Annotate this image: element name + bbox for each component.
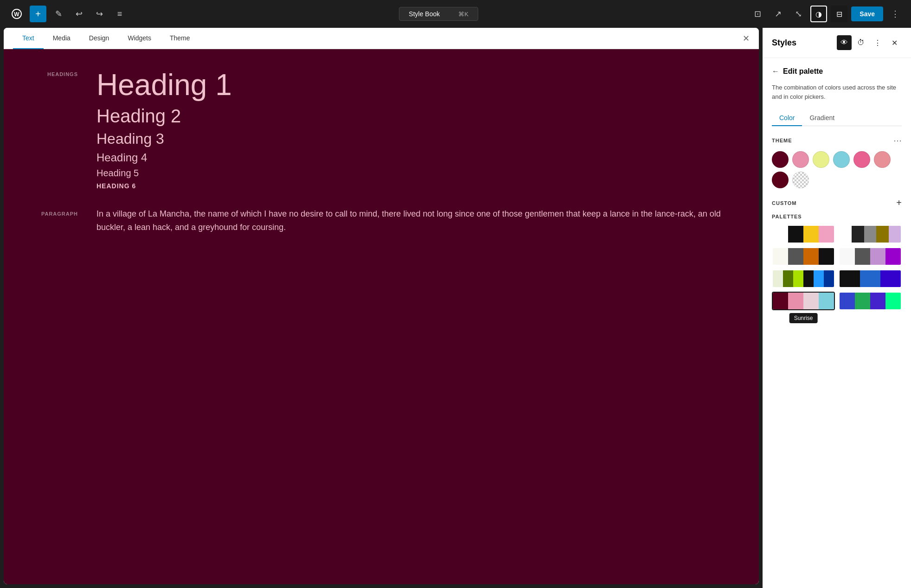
theme-color-swatches [772,151,902,188]
heading-1: Heading 1 [96,68,731,102]
color-swatch-light-pink[interactable] [792,151,809,168]
list-view-button[interactable]: ≡ [111,6,128,22]
tab-widgets[interactable]: Widgets [118,28,160,49]
heading-4: Heading 4 [96,151,731,164]
content-area: HEADINGS Heading 1 Heading 2 Heading 3 H… [4,49,759,584]
tab-text[interactable]: Text [13,28,44,49]
redo-button[interactable]: ↪ [91,6,108,22]
content-sections: HEADINGS Heading 1 Heading 2 Heading 3 H… [32,68,731,566]
right-sidebar: Styles 👁 ⏱ ⋮ ✕ ← Edit palette [763,28,911,588]
palette-tooltip-wrapper: Sunrise [772,292,835,310]
view-button[interactable]: ⊡ [749,6,766,22]
top-bar-right: ⊡ ↗ ⤡ ◑ ⊟ Save ⋮ [749,6,904,22]
main-layout: Text Media Design Widgets Theme ✕ HEADIN… [0,28,911,588]
custom-section-header: CUSTOM + [772,198,902,208]
sidebar-more-icon: ⋮ [874,38,881,47]
svg-text:W: W [14,11,19,18]
more-options-button[interactable]: ⋮ [887,6,904,22]
palettes-section-label: PALETTES [772,214,902,219]
color-swatch-dark-maroon[interactable] [772,172,789,188]
color-swatch-transparent[interactable] [792,172,809,188]
sidebar-more-button[interactable]: ⋮ [870,35,885,50]
palette-item-1[interactable] [772,225,835,243]
external-link-button[interactable]: ↗ [770,6,786,22]
color-swatch-medium-pink[interactable] [853,151,870,168]
undo-button[interactable]: ↩ [71,6,87,22]
sidebar-header: Styles 👁 ⏱ ⋮ ✕ [763,28,911,58]
sidebar-toggle-icon: ⊟ [836,10,842,19]
paragraph-label: PARAGRAPH [32,207,78,234]
external-link-icon: ↗ [775,9,782,19]
color-swatch-light-blue[interactable] [833,151,850,168]
color-swatch-salmon-pink[interactable] [874,151,891,168]
headings-section: HEADINGS Heading 1 Heading 2 Heading 3 H… [32,68,731,193]
gradient-tab[interactable]: Gradient [802,110,842,126]
top-bar-center: Style Book ⌘K [132,7,745,21]
undo-icon: ↩ [76,9,83,19]
add-custom-color-button[interactable]: + [896,198,902,208]
save-button[interactable]: Save [851,6,883,21]
palette-item-4[interactable] [839,247,902,266]
edit-icon: ✎ [55,9,62,19]
history-button[interactable]: ⏱ [853,35,868,50]
edit-palette-title: Edit palette [783,67,823,76]
custom-section-label: CUSTOM [772,200,896,206]
redo-icon: ↪ [96,9,103,19]
color-tab[interactable]: Color [772,110,802,126]
theme-section-label: THEME [772,138,893,143]
palette-item-5[interactable] [772,269,835,288]
sidebar-content: ← Edit palette The combination of colors… [763,58,911,588]
style-book-panel: Text Media Design Widgets Theme ✕ HEADIN… [4,28,759,584]
tab-design[interactable]: Design [80,28,119,49]
tab-theme[interactable]: Theme [160,28,199,49]
headings-content: Heading 1 Heading 2 Heading 3 Heading 4 … [96,68,731,193]
wp-logo: W [7,5,26,23]
palette-item-6[interactable] [839,269,902,288]
theme-section-header: THEME ⋯ [772,135,902,146]
back-row[interactable]: ← Edit palette [772,67,902,76]
sidebar-close-button[interactable]: ✕ [887,35,902,50]
palette-item-3[interactable] [772,247,835,266]
list-view-icon: ≡ [117,9,122,19]
eye-icon: 👁 [840,38,848,47]
heading-6: HEADING 6 [96,182,731,190]
sidebar-header-icons: 👁 ⏱ ⋮ ✕ [837,35,902,50]
palette-item-2[interactable] [839,225,902,243]
shortcut-text: ⌘K [458,11,468,18]
panel-tabs: Text Media Design Widgets Theme ✕ [4,28,759,49]
paragraph-text: In a village of La Mancha, the name of w… [96,207,731,234]
history-icon: ⏱ [857,38,865,47]
sidebar-close-icon: ✕ [892,38,898,47]
palettes-grid: Sunrise [772,225,902,310]
palettes-section: PALETTES [772,214,902,310]
add-block-button[interactable]: + [30,6,46,22]
palette-item-8[interactable] [839,292,902,310]
eye-button[interactable]: 👁 [837,35,852,50]
color-swatch-dark-red[interactable] [772,151,789,168]
resize-icon: ⤡ [795,9,802,19]
resize-button[interactable]: ⤡ [790,6,807,22]
theme-toggle-button[interactable]: ◑ [810,6,827,22]
panel-close-button[interactable]: ✕ [743,33,750,44]
back-arrow-icon: ← [772,67,779,76]
view-icon: ⊡ [754,9,761,19]
add-icon: + [35,9,41,19]
color-gradient-tabs: Color Gradient [772,110,902,126]
tab-media[interactable]: Media [44,28,80,49]
top-bar: W + ✎ ↩ ↪ ≡ Style Book ⌘K ⊡ ↗ ⤡ ◑ ⊟ [0,0,911,28]
paragraph-section: PARAGRAPH In a village of La Mancha, the… [32,207,731,234]
heading-3: Heading 3 [96,130,731,147]
palette-description: The combination of colors used across th… [772,83,902,101]
heading-5: Heading 5 [96,168,731,179]
edit-button[interactable]: ✎ [50,6,67,22]
headings-label: HEADINGS [32,68,78,193]
theme-toggle-icon: ◑ [815,10,822,19]
sunrise-tooltip: Sunrise [789,313,818,323]
more-options-icon: ⋮ [891,9,899,19]
style-book-label: Style Book ⌘K [399,7,478,21]
color-swatch-light-yellow[interactable] [813,151,829,168]
palette-item-sunrise[interactable] [772,292,835,310]
sidebar-toggle-button[interactable]: ⊟ [831,6,847,22]
palettes-section-header: PALETTES [772,214,902,219]
theme-more-button[interactable]: ⋯ [893,135,902,146]
